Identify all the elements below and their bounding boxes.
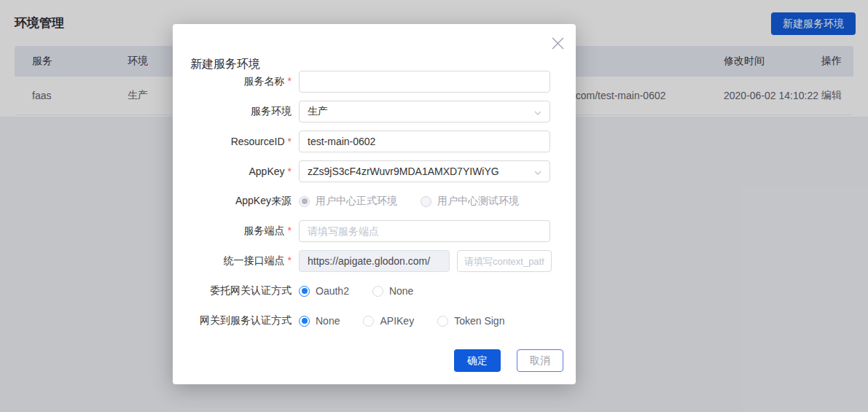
service-auth-radio-group: None APIKey Token Sign <box>299 315 528 327</box>
radio-apikey[interactable]: APIKey <box>363 315 414 327</box>
cancel-button[interactable]: 取消 <box>517 349 563 372</box>
service-endpoint-label: 服务端点* <box>173 225 292 238</box>
app-key-select[interactable]: zZs9jS3cF4zrWuvr9MDA1AMXD7YIWiYG <box>299 160 550 182</box>
radio-unselected-icon <box>437 316 448 327</box>
form-row-resource-id: ResourceID* <box>173 131 576 152</box>
radio-token-sign[interactable]: Token Sign <box>437 315 504 327</box>
context-path-input[interactable] <box>457 250 552 272</box>
radio-user-center-test[interactable]: 用户中心测试环境 <box>421 195 519 208</box>
form-row-service-name: 服务名称* <box>173 71 576 93</box>
unified-endpoint-base-field: https://apigate.glodon.com/ <box>299 250 450 272</box>
modal-footer: 确定 取消 <box>454 349 563 372</box>
required-asterisk: * <box>288 136 292 147</box>
radio-none[interactable]: None <box>299 315 340 327</box>
radio-unselected-icon <box>372 286 383 297</box>
gateway-auth-label: 委托网关认证方式 <box>173 284 292 298</box>
modal-title: 新建服务环境 <box>190 57 260 72</box>
form-row-app-key-source: AppKey来源 用户中心正式环境 用户中心测试环境 <box>173 190 576 212</box>
radio-selected-icon <box>299 196 310 207</box>
form-row-service-auth: 网关到服务认证方式 None APIKey Token Sign <box>173 310 576 332</box>
form-row-gateway-auth: 委托网关认证方式 Oauth2 None <box>173 280 576 302</box>
service-name-input[interactable] <box>299 71 550 93</box>
required-asterisk: * <box>288 75 292 87</box>
service-env-select[interactable]: 生产 <box>299 101 550 123</box>
radio-user-center-prod[interactable]: 用户中心正式环境 <box>299 195 397 208</box>
service-name-label: 服务名称* <box>173 75 292 88</box>
app-key-selected-value: zZs9jS3cF4zrWuvr9MDA1AMXD7YIWiYG <box>308 166 499 177</box>
resource-id-input[interactable] <box>299 131 550 152</box>
service-env-selected-value: 生产 <box>308 105 328 118</box>
radio-unselected-icon <box>363 316 374 327</box>
create-env-modal: 新建服务环境 服务名称* 服务环境 生产 ResourceID* AppKey* <box>173 24 576 384</box>
radio-oauth2[interactable]: Oauth2 <box>299 285 349 297</box>
form-row-service-env: 服务环境 生产 <box>173 101 576 123</box>
radio-unselected-icon <box>421 196 431 207</box>
create-env-form: 服务名称* 服务环境 生产 ResourceID* AppKey* zZs9jS… <box>173 71 576 340</box>
required-asterisk: * <box>288 254 292 266</box>
gateway-auth-radio-group: Oauth2 None <box>299 285 437 297</box>
app-key-label: AppKey* <box>173 166 292 177</box>
close-icon[interactable] <box>550 35 566 51</box>
required-asterisk: * <box>288 166 292 177</box>
radio-none[interactable]: None <box>372 285 413 297</box>
resource-id-label: ResourceID* <box>173 136 292 147</box>
form-row-service-endpoint: 服务端点* <box>173 220 576 242</box>
service-endpoint-input[interactable] <box>299 220 550 242</box>
confirm-button[interactable]: 确定 <box>454 349 501 372</box>
radio-selected-icon <box>299 286 310 297</box>
required-asterisk: * <box>288 225 292 236</box>
app-key-source-radio-group: 用户中心正式环境 用户中心测试环境 <box>299 195 542 208</box>
unified-endpoint-label: 统一接口端点* <box>173 254 292 268</box>
radio-selected-icon <box>299 316 310 327</box>
service-auth-label: 网关到服务认证方式 <box>173 314 292 327</box>
form-row-app-key: AppKey* zZs9jS3cF4zrWuvr9MDA1AMXD7YIWiYG <box>173 160 576 182</box>
chevron-down-icon <box>533 168 542 179</box>
form-row-unified-endpoint: 统一接口端点* https://apigate.glodon.com/ <box>173 250 576 272</box>
service-env-label: 服务环境 <box>173 105 292 118</box>
app-key-source-label: AppKey来源 <box>173 195 292 208</box>
chevron-down-icon <box>533 108 542 120</box>
